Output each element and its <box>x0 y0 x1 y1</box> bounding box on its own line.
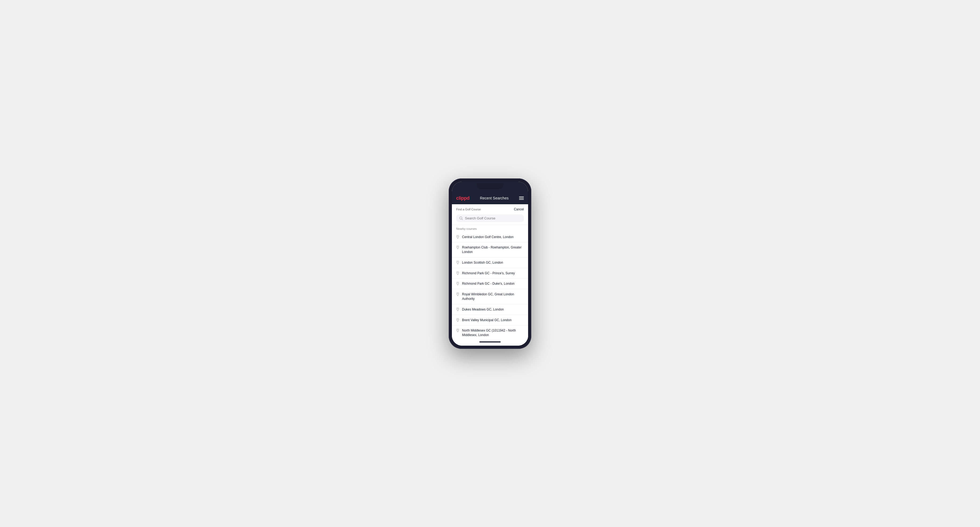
main-content: Find a Golf Course Cancel Nearby courses <box>452 204 528 346</box>
home-indicator <box>452 338 528 346</box>
course-list: Central London Golf Centre, London Roeha… <box>452 232 528 338</box>
search-icon <box>459 216 463 220</box>
course-name: Central London Golf Centre, London <box>462 235 514 240</box>
svg-point-5 <box>458 272 458 273</box>
phone-screen: clippd Recent Searches Find a Golf Cours… <box>452 182 528 346</box>
pin-icon <box>456 318 459 322</box>
course-name: Brent Valley Municipal GC, London <box>462 318 512 322</box>
svg-point-8 <box>458 308 458 309</box>
svg-point-4 <box>458 261 458 262</box>
list-item[interactable]: Richmond Park GC - Duke's, London <box>452 279 528 289</box>
svg-point-2 <box>458 236 458 237</box>
svg-point-9 <box>458 319 458 319</box>
svg-point-10 <box>458 329 458 330</box>
course-name: Richmond Park GC - Prince's, Surrey <box>462 271 515 276</box>
course-name: North Middlesex GC (1011942 - North Midd… <box>462 329 524 337</box>
find-title: Find a Golf Course <box>456 208 480 211</box>
pin-icon <box>456 282 459 286</box>
course-name: Royal Wimbledon GC, Great London Authori… <box>462 292 524 301</box>
course-name: Richmond Park GC - Duke's, London <box>462 281 514 286</box>
pin-icon <box>456 235 459 239</box>
app-logo: clippd <box>456 195 469 201</box>
list-item[interactable]: Richmond Park GC - Prince's, Surrey <box>452 268 528 279</box>
list-item[interactable]: North Middlesex GC (1011942 - North Midd… <box>452 325 528 338</box>
course-name: Roehampton Club - Roehampton, Greater Lo… <box>462 245 524 254</box>
course-name: London Scottish GC, London <box>462 260 503 265</box>
pin-icon <box>456 246 459 249</box>
phone-frame: clippd Recent Searches Find a Golf Cours… <box>449 178 531 349</box>
search-container <box>452 213 528 225</box>
course-name: Dukes Meadows GC, London <box>462 307 504 312</box>
phone-notch <box>477 183 503 189</box>
list-item[interactable]: Roehampton Club - Roehampton, Greater Lo… <box>452 242 528 257</box>
list-item[interactable]: London Scottish GC, London <box>452 257 528 268</box>
svg-point-3 <box>458 246 458 247</box>
search-input[interactable] <box>465 216 521 220</box>
pin-icon <box>456 261 459 264</box>
home-bar <box>479 341 501 343</box>
svg-line-1 <box>462 219 463 220</box>
nearby-label: Nearby courses <box>452 225 528 232</box>
find-header: Find a Golf Course Cancel <box>452 204 528 213</box>
nav-title: Recent Searches <box>480 196 508 200</box>
pin-icon <box>456 308 459 311</box>
list-item[interactable]: Central London Golf Centre, London <box>452 232 528 243</box>
svg-point-6 <box>458 283 458 283</box>
pin-icon <box>456 292 459 296</box>
list-item[interactable]: Brent Valley Municipal GC, London <box>452 315 528 326</box>
pin-icon <box>456 329 459 332</box>
list-item[interactable]: Royal Wimbledon GC, Great London Authori… <box>452 289 528 305</box>
menu-icon[interactable] <box>519 197 524 200</box>
pin-icon <box>456 271 459 275</box>
svg-point-7 <box>458 293 458 294</box>
nav-bar: clippd Recent Searches <box>452 193 528 204</box>
list-item[interactable]: Dukes Meadows GC, London <box>452 305 528 315</box>
cancel-button[interactable]: Cancel <box>514 208 524 211</box>
search-box <box>456 214 524 222</box>
